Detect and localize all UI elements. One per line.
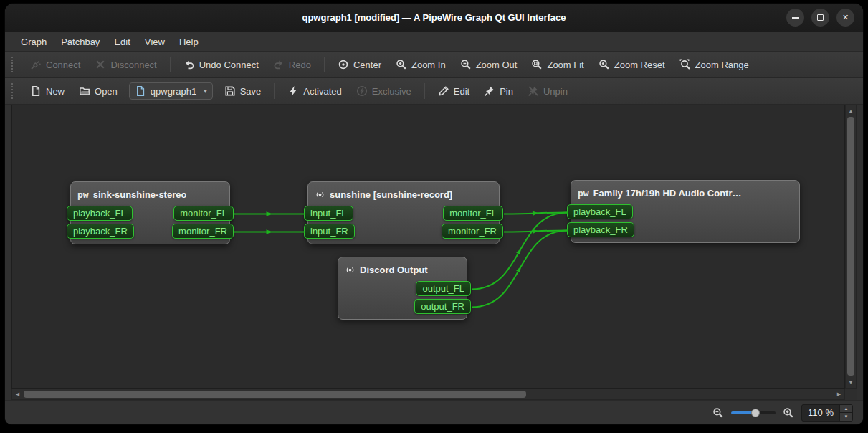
node-family-audio[interactable]: pwFamily 17h/19h HD Audio Contr…playback… — [571, 180, 800, 243]
zoom-fit-button[interactable]: Zoom Fit — [525, 54, 590, 75]
patchbay-file-icon — [135, 85, 146, 97]
port-input_FR[interactable]: input_FR — [304, 224, 355, 239]
center-button[interactable]: Center — [331, 54, 388, 75]
record-icon — [315, 189, 325, 200]
toolbar-separator — [170, 57, 171, 72]
zoom-slider-handle[interactable] — [751, 409, 760, 417]
toolbar-handle[interactable] — [11, 57, 17, 72]
node-sunshine[interactable]: sunshine [sunshine-record]input_FLmonito… — [307, 181, 500, 244]
new-label: New — [46, 86, 65, 97]
activated-button[interactable]: Activated — [281, 81, 348, 101]
toolbar-handle[interactable] — [11, 83, 17, 99]
wire[interactable] — [504, 213, 568, 214]
minimize-button[interactable] — [786, 9, 804, 27]
menu-patchbay[interactable]: Patchbay — [54, 32, 107, 51]
undo-connect-button[interactable]: Undo Connect — [177, 54, 265, 75]
wire-arrowhead — [267, 229, 272, 234]
close-icon: ✕ — [842, 13, 849, 22]
connection-wires — [12, 105, 844, 388]
new-button[interactable]: New — [24, 81, 71, 101]
open-button[interactable]: Open — [72, 81, 124, 101]
pin-button[interactable]: Pin — [477, 81, 520, 101]
file-toolbar: New Open qpwgraph1 ▾ Save Activated Excl… — [5, 78, 863, 105]
app-window: qpwgraph1 [modified] — A PipeWire Graph … — [5, 4, 863, 424]
menu-edit[interactable]: Edit — [107, 32, 137, 51]
scroll-right-icon[interactable]: ▶ — [834, 389, 844, 399]
record-icon — [345, 265, 356, 275]
close-button[interactable]: ✕ — [836, 9, 854, 27]
wire-arrowhead — [516, 265, 523, 272]
disconnect-label: Disconnect — [110, 60, 156, 70]
zoom-in-icon[interactable] — [783, 407, 794, 419]
port-output_FR[interactable]: output_FR — [414, 299, 471, 314]
horizontal-scroll-thumb[interactable] — [24, 391, 526, 398]
zoom-reset-button[interactable]: Zoom Reset — [592, 54, 672, 75]
vertical-scrollbar[interactable]: ▲ ▼ — [845, 105, 857, 389]
zoom-in-icon — [396, 59, 407, 70]
edit-button[interactable]: Edit — [431, 81, 476, 101]
minimize-icon — [792, 17, 799, 19]
menu-help[interactable]: Help — [172, 32, 206, 51]
toolbar-separator — [424, 83, 425, 99]
node-header: sunshine [sunshine-record] — [308, 182, 499, 204]
menu-view[interactable]: View — [138, 32, 172, 51]
undo-icon — [183, 59, 195, 70]
scroll-left-icon[interactable]: ◀ — [12, 389, 23, 399]
wire[interactable] — [504, 231, 568, 232]
spin-up-icon[interactable]: ▲ — [840, 405, 852, 414]
exclusive-label: Exclusive — [372, 86, 411, 97]
window-controls: ✕ — [786, 4, 854, 32]
node-sink-sunshine-stereo[interactable]: pwsink-sunshine-stereoplayback_FLmonitor… — [70, 181, 230, 244]
zoom-in-button[interactable]: Zoom In — [389, 54, 452, 75]
node-title: Discord Output — [360, 265, 428, 275]
zoom-value: 110 % — [802, 405, 839, 421]
chevron-down-icon: ▾ — [201, 87, 207, 95]
connect-icon — [30, 59, 42, 70]
port-playback_FL[interactable]: playback_FL — [67, 206, 133, 221]
port-monitor_FL[interactable]: monitor_FL — [443, 206, 503, 221]
unpin-button[interactable]: Unpin — [521, 81, 574, 101]
patchbay-selector-combo[interactable]: qpwgraph1 ▾ — [129, 82, 213, 100]
save-button[interactable]: Save — [218, 81, 268, 101]
port-monitor_FL[interactable]: monitor_FL — [173, 206, 234, 221]
zoom-slider[interactable] — [731, 407, 776, 419]
redo-button[interactable]: Redo — [267, 54, 318, 75]
zoom-reset-label: Zoom Reset — [614, 60, 665, 70]
port-playback_FR[interactable]: playback_FR — [567, 222, 634, 237]
node-title: Family 17h/19h HD Audio Contr… — [593, 188, 742, 199]
lightning-icon — [287, 85, 299, 97]
exclusive-button[interactable]: Exclusive — [350, 81, 418, 101]
new-file-icon — [30, 85, 42, 97]
zoom-out-button[interactable]: Zoom Out — [454, 54, 524, 75]
pin-label: Pin — [500, 86, 513, 97]
window-title: qpwgraph1 [modified] — A PipeWire Graph … — [302, 12, 566, 23]
port-playback_FR[interactable]: playback_FR — [67, 224, 134, 239]
zoom-fit-label: Zoom Fit — [547, 60, 583, 70]
titlebar[interactable]: qpwgraph1 [modified] — A PipeWire Graph … — [5, 4, 863, 32]
edit-label: Edit — [454, 86, 469, 97]
port-monitor_FR[interactable]: monitor_FR — [442, 224, 503, 239]
connect-button[interactable]: Connect — [24, 54, 87, 75]
port-input_FL[interactable]: input_FL — [304, 206, 353, 221]
scroll-down-icon[interactable]: ▼ — [846, 377, 856, 388]
zoom-in-label: Zoom In — [411, 60, 446, 70]
zoom-out-icon[interactable] — [712, 407, 724, 419]
horizontal-scroll-track[interactable] — [23, 389, 834, 399]
port-monitor_FR[interactable]: monitor_FR — [172, 224, 234, 239]
port-playback_FL[interactable]: playback_FL — [567, 204, 633, 219]
vertical-scroll-track[interactable] — [846, 116, 856, 377]
disconnect-button[interactable]: Disconnect — [88, 54, 163, 75]
activated-label: Activated — [303, 86, 341, 97]
maximize-button[interactable] — [811, 9, 829, 27]
node-discord-output[interactable]: Discord Outputoutput_FLoutput_FR — [338, 257, 467, 320]
spin-down-icon[interactable]: ▼ — [840, 413, 852, 421]
scroll-up-icon[interactable]: ▲ — [846, 105, 856, 116]
zoom-range-button[interactable]: Zoom Range — [673, 54, 755, 75]
vertical-scroll-thumb[interactable] — [847, 117, 854, 376]
port-output_FL[interactable]: output_FL — [416, 281, 471, 296]
unpin-icon — [528, 85, 539, 97]
horizontal-scrollbar[interactable]: ◀ ▶ — [11, 389, 845, 400]
menu-graph[interactable]: Graph — [14, 32, 54, 51]
zoom-spinbox[interactable]: 110 % ▲ ▼ — [801, 404, 853, 422]
graph-canvas[interactable]: pwsink-sunshine-stereoplayback_FLmonitor… — [11, 105, 845, 389]
